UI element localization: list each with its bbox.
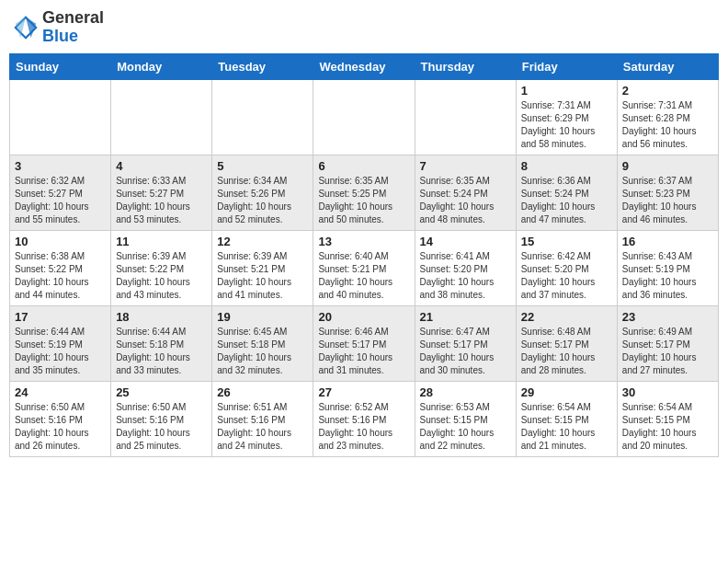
calendar-cell: 19Sunrise: 6:45 AM Sunset: 5:18 PM Dayli…	[212, 305, 313, 381]
calendar-cell: 28Sunrise: 6:53 AM Sunset: 5:15 PM Dayli…	[415, 381, 516, 456]
day-info: Sunrise: 6:47 AM Sunset: 5:17 PM Dayligh…	[420, 326, 511, 377]
calendar-cell: 2Sunrise: 7:31 AM Sunset: 6:28 PM Daylig…	[617, 79, 718, 155]
calendar-cell: 7Sunrise: 6:35 AM Sunset: 5:24 PM Daylig…	[415, 155, 516, 230]
calendar-cell: 30Sunrise: 6:54 AM Sunset: 5:15 PM Dayli…	[617, 381, 718, 456]
calendar-cell: 3Sunrise: 6:32 AM Sunset: 5:27 PM Daylig…	[10, 155, 111, 230]
calendar-cell: 27Sunrise: 6:52 AM Sunset: 5:16 PM Dayli…	[313, 381, 415, 456]
day-info: Sunrise: 6:48 AM Sunset: 5:17 PM Dayligh…	[521, 326, 612, 377]
day-number: 16	[622, 235, 713, 248]
day-number: 30	[622, 385, 713, 399]
calendar-cell	[212, 79, 313, 155]
day-number: 24	[15, 385, 106, 399]
calendar-cell: 22Sunrise: 6:48 AM Sunset: 5:17 PM Dayli…	[516, 305, 617, 381]
week-row-5: 24Sunrise: 6:50 AM Sunset: 5:16 PM Dayli…	[10, 381, 719, 456]
day-info: Sunrise: 6:39 AM Sunset: 5:22 PM Dayligh…	[116, 250, 207, 302]
day-info: Sunrise: 6:49 AM Sunset: 5:17 PM Dayligh…	[622, 326, 713, 377]
day-number: 15	[521, 235, 612, 248]
logo-icon	[13, 15, 39, 40]
calendar-cell: 13Sunrise: 6:40 AM Sunset: 5:21 PM Dayli…	[313, 230, 415, 305]
calendar-cell: 29Sunrise: 6:54 AM Sunset: 5:15 PM Dayli…	[516, 381, 617, 456]
calendar-cell	[415, 79, 516, 155]
day-number: 28	[420, 385, 511, 399]
day-number: 12	[217, 235, 308, 248]
calendar-cell: 4Sunrise: 6:33 AM Sunset: 5:27 PM Daylig…	[111, 155, 212, 230]
day-info: Sunrise: 6:43 AM Sunset: 5:19 PM Dayligh…	[622, 250, 713, 302]
svg-marker-1	[26, 17, 36, 38]
day-info: Sunrise: 6:44 AM Sunset: 5:19 PM Dayligh…	[15, 326, 106, 377]
logo-general: General	[42, 9, 104, 28]
day-number: 20	[318, 310, 409, 324]
day-info: Sunrise: 6:33 AM Sunset: 5:27 PM Dayligh…	[116, 175, 207, 226]
day-info: Sunrise: 6:35 AM Sunset: 5:25 PM Dayligh…	[318, 175, 409, 226]
calendar-cell	[10, 79, 111, 155]
day-info: Sunrise: 6:44 AM Sunset: 5:18 PM Dayligh…	[116, 326, 207, 377]
week-row-2: 3Sunrise: 6:32 AM Sunset: 5:27 PM Daylig…	[10, 155, 719, 230]
weekday-header-tuesday: Tuesday	[212, 53, 313, 79]
calendar-cell: 24Sunrise: 6:50 AM Sunset: 5:16 PM Dayli…	[10, 381, 111, 456]
day-number: 8	[521, 159, 612, 173]
day-info: Sunrise: 6:52 AM Sunset: 5:16 PM Dayligh…	[318, 401, 409, 453]
day-info: Sunrise: 6:38 AM Sunset: 5:22 PM Dayligh…	[15, 250, 106, 302]
day-number: 22	[521, 310, 612, 324]
calendar-cell: 26Sunrise: 6:51 AM Sunset: 5:16 PM Dayli…	[212, 381, 313, 456]
calendar-cell: 11Sunrise: 6:39 AM Sunset: 5:22 PM Dayli…	[111, 230, 212, 305]
calendar-cell: 15Sunrise: 6:42 AM Sunset: 5:20 PM Dayli…	[516, 230, 617, 305]
week-row-1: 1Sunrise: 7:31 AM Sunset: 6:29 PM Daylig…	[10, 79, 719, 155]
calendar-cell: 5Sunrise: 6:34 AM Sunset: 5:26 PM Daylig…	[212, 155, 313, 230]
weekday-header-monday: Monday	[111, 53, 212, 79]
day-info: Sunrise: 6:45 AM Sunset: 5:18 PM Dayligh…	[217, 326, 308, 377]
weekday-header-wednesday: Wednesday	[313, 53, 415, 79]
day-info: Sunrise: 6:34 AM Sunset: 5:26 PM Dayligh…	[217, 175, 308, 226]
calendar-cell	[313, 79, 415, 155]
calendar-cell: 9Sunrise: 6:37 AM Sunset: 5:23 PM Daylig…	[617, 155, 718, 230]
day-number: 7	[420, 159, 511, 173]
day-number: 17	[15, 310, 106, 324]
weekday-header-thursday: Thursday	[415, 53, 516, 79]
logo-blue: Blue	[42, 28, 104, 46]
day-number: 11	[116, 235, 207, 248]
day-info: Sunrise: 6:37 AM Sunset: 5:23 PM Dayligh…	[622, 175, 713, 226]
calendar-cell: 8Sunrise: 6:36 AM Sunset: 5:24 PM Daylig…	[516, 155, 617, 230]
calendar-cell: 1Sunrise: 7:31 AM Sunset: 6:29 PM Daylig…	[516, 79, 617, 155]
day-number: 25	[116, 385, 207, 399]
calendar-cell: 17Sunrise: 6:44 AM Sunset: 5:19 PM Dayli…	[10, 305, 111, 381]
day-number: 4	[116, 159, 207, 173]
calendar: SundayMondayTuesdayWednesdayThursdayFrid…	[9, 53, 719, 457]
day-number: 14	[420, 235, 511, 248]
calendar-cell: 16Sunrise: 6:43 AM Sunset: 5:19 PM Dayli…	[617, 230, 718, 305]
day-info: Sunrise: 6:40 AM Sunset: 5:21 PM Dayligh…	[318, 250, 409, 302]
day-info: Sunrise: 6:54 AM Sunset: 5:15 PM Dayligh…	[521, 401, 612, 453]
day-number: 26	[217, 385, 308, 399]
day-info: Sunrise: 6:32 AM Sunset: 5:27 PM Dayligh…	[15, 175, 106, 226]
calendar-cell	[111, 79, 212, 155]
day-number: 2	[622, 84, 713, 98]
weekday-header-sunday: Sunday	[10, 53, 111, 79]
day-number: 13	[318, 235, 409, 248]
weekday-header-row: SundayMondayTuesdayWednesdayThursdayFrid…	[10, 53, 719, 79]
day-info: Sunrise: 6:46 AM Sunset: 5:17 PM Dayligh…	[318, 326, 409, 377]
calendar-cell: 6Sunrise: 6:35 AM Sunset: 5:25 PM Daylig…	[313, 155, 415, 230]
day-number: 1	[521, 84, 612, 98]
day-info: Sunrise: 7:31 AM Sunset: 6:28 PM Dayligh…	[622, 99, 713, 151]
calendar-cell: 14Sunrise: 6:41 AM Sunset: 5:20 PM Dayli…	[415, 230, 516, 305]
week-row-4: 17Sunrise: 6:44 AM Sunset: 5:19 PM Dayli…	[10, 305, 719, 381]
calendar-cell: 18Sunrise: 6:44 AM Sunset: 5:18 PM Dayli…	[111, 305, 212, 381]
day-info: Sunrise: 6:53 AM Sunset: 5:15 PM Dayligh…	[420, 401, 511, 453]
day-info: Sunrise: 6:50 AM Sunset: 5:16 PM Dayligh…	[116, 401, 207, 453]
calendar-cell: 10Sunrise: 6:38 AM Sunset: 5:22 PM Dayli…	[10, 230, 111, 305]
day-number: 9	[622, 159, 713, 173]
day-number: 19	[217, 310, 308, 324]
day-number: 5	[217, 159, 308, 173]
calendar-cell: 20Sunrise: 6:46 AM Sunset: 5:17 PM Dayli…	[313, 305, 415, 381]
day-info: Sunrise: 6:51 AM Sunset: 5:16 PM Dayligh…	[217, 401, 308, 453]
day-number: 10	[15, 235, 106, 248]
calendar-cell: 12Sunrise: 6:39 AM Sunset: 5:21 PM Dayli…	[212, 230, 313, 305]
day-number: 6	[318, 159, 409, 173]
day-number: 27	[318, 385, 409, 399]
day-number: 29	[521, 385, 612, 399]
day-number: 3	[15, 159, 106, 173]
weekday-header-saturday: Saturday	[617, 53, 718, 79]
day-info: Sunrise: 6:50 AM Sunset: 5:16 PM Dayligh…	[15, 401, 106, 453]
day-info: Sunrise: 6:39 AM Sunset: 5:21 PM Dayligh…	[217, 250, 308, 302]
day-number: 18	[116, 310, 207, 324]
